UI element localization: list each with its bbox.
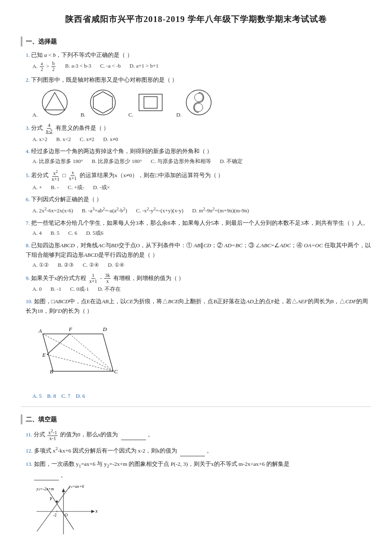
svg-text:E: E bbox=[42, 352, 46, 358]
q10-diagram: A F D C B E bbox=[32, 319, 371, 389]
q1-options: A. a2 > b2 B. a-3 < b-3 C. -a < -b D. a+… bbox=[32, 61, 371, 72]
shape-c: C. bbox=[129, 88, 165, 119]
q5-num: 5. bbox=[26, 172, 31, 178]
q10-answer: A. 5 B. 8 C. 7 D. 6 bbox=[32, 392, 371, 401]
q13-num: 13. bbox=[26, 461, 34, 467]
svg-line-11 bbox=[47, 334, 70, 355]
q6-num: 6. bbox=[26, 196, 31, 202]
q6-options: A. 2x2-6x=2x(x-6) B. -a3+ab2=-a(a2-b2) C… bbox=[32, 205, 371, 215]
svg-point-8 bbox=[195, 103, 203, 112]
question-10: 10. 如图，□ABCD中，点E在边AB上，以CE为折痕，将△BCE向上翻折，点… bbox=[25, 297, 371, 401]
svg-rect-5 bbox=[144, 97, 157, 108]
q7-options: A. 4 B. 5 C. 6 D. 5或6 bbox=[32, 229, 371, 238]
title-suffix: 学年八年级下学期数学期末考试试卷 bbox=[185, 15, 327, 24]
svg-text:A: A bbox=[38, 328, 42, 334]
svg-text:-2: -2 bbox=[53, 513, 56, 517]
question-8: 8. 已知四边形ABCD，对角线AC与BD交于点O，从下列条件中：① AB∥CD… bbox=[25, 241, 371, 270]
q12-num: 12. bbox=[26, 448, 34, 454]
svg-line-25 bbox=[37, 487, 70, 531]
q8-num: 8. bbox=[26, 242, 31, 248]
q9-options: A. 0 B. -1 C. 0或-1 D. 不存在 bbox=[32, 285, 371, 294]
svg-marker-1 bbox=[45, 92, 65, 110]
title-prefix: 陕西省咸阳市兴平市 bbox=[65, 15, 144, 24]
q12-blank bbox=[180, 446, 205, 456]
question-6: 6. 下列因式分解正确的是（ ） A. 2x2-6x=2x(x-6) B. -a… bbox=[25, 195, 371, 215]
q2-num: 2. bbox=[26, 77, 31, 83]
page-title: 陕西省咸阳市兴平市2018-2019 学年八年级下学期数学期末考试试卷 bbox=[21, 12, 371, 27]
svg-text:O: O bbox=[65, 513, 68, 517]
shape-b: B. bbox=[80, 88, 117, 119]
svg-text:B: B bbox=[50, 368, 53, 375]
q5-options: A. + B. - C. +或- D. -或× bbox=[32, 183, 371, 192]
svg-text:D: D bbox=[102, 326, 107, 332]
question-12: 12. 多项式 x2-kx+6 因式分解后有一个因式为 x-2，则k的值为 。 bbox=[25, 445, 371, 456]
question-2: 2. 下列图形中，既是轴对称图形又是中心对称图形的是（ ） A. B. C. bbox=[25, 75, 371, 119]
shape-a: A. bbox=[32, 88, 69, 119]
svg-text:y₂=-2x+m: y₂=-2x+m bbox=[36, 487, 54, 491]
svg-text:F: F bbox=[68, 326, 73, 332]
svg-line-12 bbox=[70, 334, 113, 371]
svg-marker-22 bbox=[91, 510, 95, 513]
svg-line-10 bbox=[43, 334, 113, 371]
q7-num: 7. bbox=[26, 220, 31, 226]
svg-marker-3 bbox=[93, 92, 112, 113]
question-4: 4. 经过多边形一个角的两边剪掉这个角，则得到的新多边形的外角和（ ） A. 比… bbox=[25, 147, 371, 166]
question-9: 9. 如果关于x的分式方程 1x+1 - 3kx 有增根，则增根的值为（ ） A… bbox=[25, 273, 371, 294]
question-13: 13. 如图，一次函数 y1=ax+6 与 y2=-2x+m 的图象相交于点 P… bbox=[25, 460, 371, 542]
svg-point-7 bbox=[195, 93, 203, 102]
svg-text:x: x bbox=[95, 508, 98, 514]
svg-point-2 bbox=[90, 90, 115, 115]
svg-line-27 bbox=[47, 488, 74, 530]
q4-options: A. 比原多边形多 180° B. 比原多边形少 180° C. 与原多边形外角… bbox=[32, 157, 371, 166]
q10-num: 10. bbox=[26, 298, 34, 304]
q4-num: 4. bbox=[26, 148, 31, 154]
section1-header: 一、选择题 bbox=[21, 37, 371, 46]
q8-options: A. ①② B. ②③ C. ②④ D. ①④ bbox=[32, 261, 371, 270]
svg-marker-23 bbox=[62, 489, 65, 492]
q13-graph: x y₁=ax+6 y₂=-2x+m bbox=[32, 484, 371, 541]
q3-options: A. x>2 B. x<2 C. x≠2 D. x≠0 bbox=[32, 135, 371, 144]
title-year: 2018-2019 bbox=[144, 14, 185, 24]
svg-text:P: P bbox=[50, 497, 52, 501]
q3-num: 3. bbox=[26, 125, 31, 131]
svg-text:y₁=ax+6: y₁=ax+6 bbox=[68, 484, 84, 489]
svg-point-29 bbox=[56, 501, 58, 503]
q1-num: 1. bbox=[26, 52, 31, 58]
q13-blank bbox=[34, 471, 59, 480]
shape-d: D. bbox=[176, 88, 213, 119]
section2-header: 二、填空题 bbox=[21, 414, 371, 424]
section-divider bbox=[21, 407, 371, 407]
question-1: 1. 已知 a < b，下列不等式中正确的是（ ） A. a2 > b2 B. … bbox=[25, 51, 371, 72]
question-7: 7. 把一些笔记本分给几个学生，如果每人分3本，那么余8本，如果每人分5本，则最… bbox=[25, 219, 371, 238]
q9-num: 9. bbox=[26, 275, 31, 281]
q11-blank bbox=[121, 430, 146, 440]
svg-point-0 bbox=[42, 90, 67, 115]
question-11: 11. 分式 x2-1x-1 的值为0，那么x的值为 。 bbox=[25, 428, 371, 441]
q11-num: 11. bbox=[26, 431, 34, 438]
question-3: 3. 分式 4x-2 有意义的条件是（ ） A. x>2 B. x<2 C. x… bbox=[25, 123, 371, 144]
svg-text:C: C bbox=[114, 368, 118, 375]
question-5: 5. 若分式 x2x+1 □ xx+1 的运算结果为x（x≠0），则在□中添加的… bbox=[25, 169, 371, 192]
q2-shapes: A. B. C. D. bbox=[32, 88, 371, 119]
